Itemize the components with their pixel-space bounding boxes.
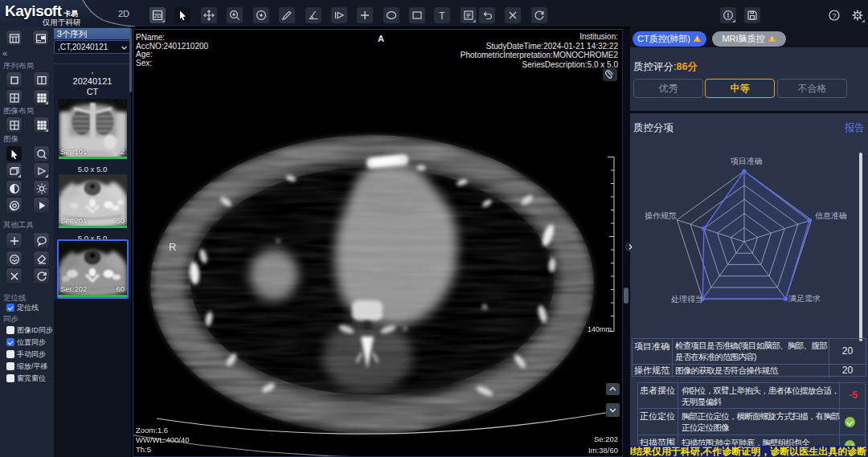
svg-text:T: T [439,10,445,22]
svg-text:信息准确: 信息准确 [815,211,847,220]
svg-text:?: ? [832,12,836,20]
svg-text:项目准确: 项目准确 [730,157,763,165]
svg-text:处理得当: 处理得当 [671,295,703,304]
svg-text:2D: 2D [154,13,162,18]
svg-text:操作规范: 操作规范 [645,211,677,220]
svg-text:满足需求: 满足需求 [788,294,821,303]
